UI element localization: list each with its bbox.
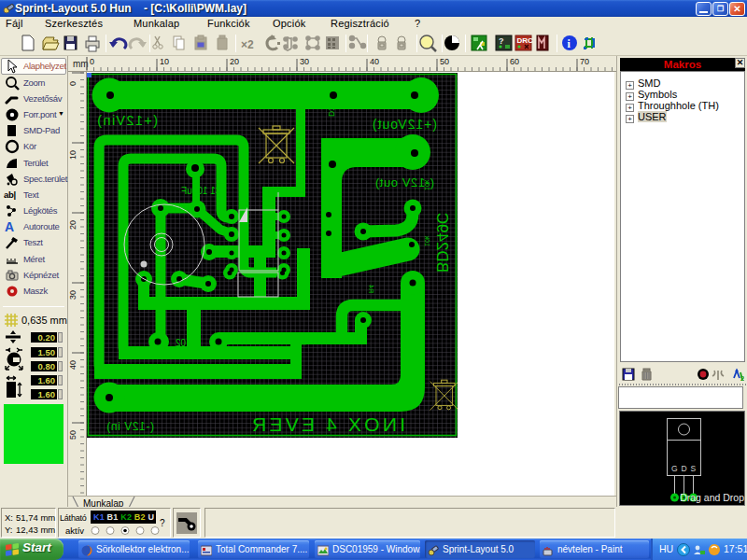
- svg-text:(+12Vout): (+12Vout): [372, 117, 437, 132]
- svg-text:2: 2: [740, 374, 744, 382]
- svg-text:×2: ×2: [241, 38, 254, 51]
- svg-text:C1 100uF: C1 100uF: [181, 186, 222, 196]
- svg-text:D: D: [682, 464, 687, 473]
- svg-text:50: 50: [440, 57, 449, 66]
- svg-text:50: 50: [68, 430, 78, 440]
- svg-text:30: 30: [68, 290, 78, 300]
- svg-text:D3: D3: [299, 335, 308, 345]
- svg-text:(+12Vin): (+12Vin): [96, 113, 158, 128]
- svg-text:10k: 10k: [424, 179, 430, 190]
- svg-text:20: 20: [68, 220, 78, 230]
- svg-text:0: 0: [90, 57, 94, 66]
- svg-text:?: ?: [499, 36, 504, 46]
- svg-text:R4: R4: [368, 285, 374, 293]
- svg-text:D3: D3: [327, 106, 336, 117]
- svg-text:20: 20: [230, 57, 239, 66]
- svg-text:G: G: [671, 464, 678, 473]
- svg-text:30: 30: [300, 57, 309, 66]
- svg-text:10: 10: [160, 57, 169, 66]
- svg-text:INOX 4 EVER: INOX 4 EVER: [249, 413, 405, 435]
- svg-text:Drag and Drop: Drag and Drop: [680, 492, 744, 503]
- svg-text:60: 60: [510, 57, 519, 66]
- svg-text:0: 0: [68, 81, 78, 86]
- svg-text:40: 40: [68, 360, 78, 370]
- svg-text:02: 02: [175, 338, 186, 348]
- svg-text:10k: 10k: [424, 235, 430, 246]
- svg-text:DRC: DRC: [517, 36, 534, 45]
- svg-text:(-12V in): (-12V in): [106, 420, 154, 433]
- svg-text:10: 10: [68, 150, 78, 160]
- svg-text:70: 70: [580, 57, 589, 66]
- svg-text:BD249C: BD249C: [433, 213, 451, 273]
- svg-text:S: S: [691, 464, 697, 473]
- svg-text:40: 40: [370, 57, 379, 66]
